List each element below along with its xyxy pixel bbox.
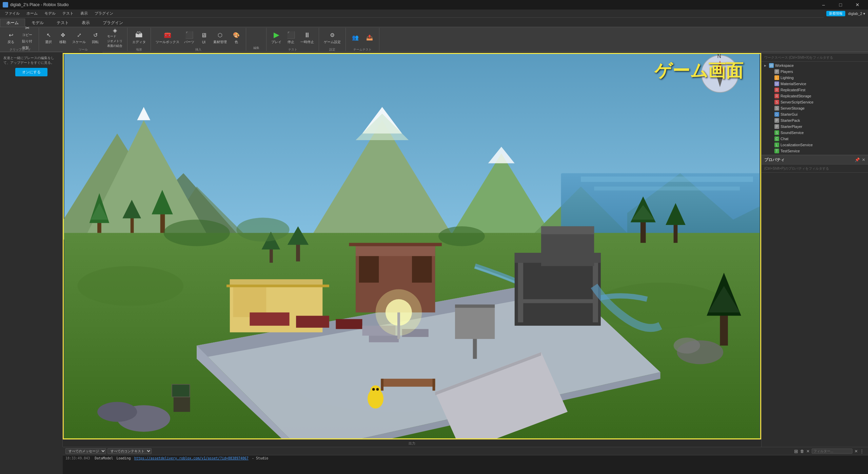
teamtest-group: 👥 📤 チームテスト	[346, 28, 379, 51]
output-clear-icon[interactable]: 🗑	[800, 449, 804, 454]
window-controls: – □ ✕	[816, 0, 865, 10]
svg-point-89	[674, 338, 700, 354]
btn-mode[interactable]: ◈ モード ジオメトリ 表面の結合	[105, 29, 124, 47]
output-message-filter[interactable]: すべてのメッセージ	[65, 448, 106, 454]
test-label: テスト	[288, 47, 297, 52]
btn-select[interactable]: ↖ 選択	[42, 29, 55, 47]
menu-plugin[interactable]: プラグイン	[91, 10, 117, 17]
ribbon-tab-plugin[interactable]: プラグイン	[96, 19, 130, 27]
btn-back[interactable]: ↩ 戻る	[4, 29, 18, 47]
btn-play[interactable]: ▶ プレイ	[269, 29, 283, 47]
svg-point-82	[97, 402, 137, 422]
btn-scale[interactable]: ⤢ スケール	[70, 29, 88, 47]
output-options-icon[interactable]: ⋮	[860, 449, 864, 454]
move-icon: ✥	[59, 31, 67, 39]
btn-teamtest[interactable]: 👥	[349, 29, 362, 47]
menu-home[interactable]: ホーム	[23, 10, 41, 17]
viewport-canvas[interactable]: ゲーム画面	[63, 53, 761, 439]
news-badge[interactable]: 新着情報	[826, 11, 845, 16]
tree-item-startergui[interactable]: G StarterGui	[767, 111, 868, 117]
btn-terrain[interactable]: 🏔 エディタ	[130, 29, 148, 47]
properties-pin-icon[interactable]: 📌	[855, 157, 860, 162]
output-popout-icon[interactable]: ⊞	[794, 449, 798, 454]
output-close-icon[interactable]: ✕	[806, 449, 810, 454]
tree-item-starterplayer[interactable]: P StarterPlayer	[767, 124, 868, 130]
insert-group: 🧰 ツールボックス ⬛ パーツ 🖥 UI ⬡ 素材管理 🎨 色	[151, 28, 246, 51]
svg-rect-69	[382, 379, 435, 386]
enable-team-create-button[interactable]: オンにする	[15, 68, 47, 76]
btn-ui[interactable]: 🖥 UI	[197, 29, 211, 47]
serverstorage-label: ServerStorage	[781, 106, 805, 110]
starterplayer-label: StarterPlayer	[781, 125, 802, 129]
minimize-button[interactable]: –	[816, 0, 831, 10]
btn-parts[interactable]: ⬛ パーツ	[182, 29, 196, 47]
menu-bar: ファイル ホーム モデル テスト 表示 プラグイン	[0, 10, 868, 18]
btn-copy[interactable]: コピー	[20, 32, 34, 38]
material-label: MaterialService	[781, 82, 806, 86]
btn-gamesettings[interactable]: ⚙ ゲーム設定	[322, 29, 343, 47]
play-icon: ▶	[272, 31, 280, 39]
btn-material[interactable]: ⬡ 素材管理	[211, 29, 229, 47]
output-log-area: 18:33:49.043 DataModel Loading https://a…	[63, 455, 868, 474]
replicatedfirst-icon: R	[774, 88, 779, 92]
explorer-filter-bar[interactable]: ワークスペース (Ctrl+Shift+X)をフィルタする	[762, 54, 868, 62]
localization-icon: L	[774, 143, 779, 147]
tree-item-starterpack[interactable]: P StarterPack	[767, 117, 868, 124]
tree-item-testservice[interactable]: T TestService	[767, 148, 868, 154]
properties-header: プロパティ 📌 ✕	[762, 155, 868, 165]
menu-view[interactable]: 表示	[77, 10, 91, 17]
output-search-input[interactable]	[812, 449, 852, 454]
menu-model[interactable]: モデル	[41, 10, 59, 17]
menu-file[interactable]: ファイル	[1, 10, 23, 17]
tree-item-material[interactable]: M MaterialService	[767, 81, 868, 87]
ribbon-tab-view[interactable]: 表示	[75, 19, 96, 27]
tree-item-replicatedstorage[interactable]: R ReplicatedStorage	[767, 93, 868, 99]
tree-item-soundservice[interactable]: S SoundService	[767, 130, 868, 136]
tree-item-players[interactable]: P Players	[767, 69, 868, 75]
clipboard-buttons: ↩ 戻る ✂ コピー 貼り付 複製	[4, 29, 36, 47]
btn-paste[interactable]: 貼り付	[20, 38, 34, 44]
svg-point-91	[236, 218, 289, 242]
btn-cut[interactable]: ✂ コピー 貼り付 複製	[18, 29, 36, 47]
btn-cleanup[interactable]: 📤	[363, 29, 376, 47]
btn-stop[interactable]: ⬛ 停止	[284, 29, 298, 47]
menu-test[interactable]: テスト	[59, 10, 77, 17]
btn-surface-label: 表面の結合	[107, 44, 122, 48]
btn-pause[interactable]: ⏸ 一時停止	[298, 29, 316, 47]
viewport-scene: N	[64, 54, 760, 438]
output-url[interactable]: https://assetdelivery.roblox.com/v1/asse…	[134, 456, 249, 460]
tree-item-serverscript[interactable]: S ServerScriptService	[767, 99, 868, 105]
output-context-filter[interactable]: すべてのコンテキスト	[107, 448, 152, 454]
svg-marker-56	[226, 285, 329, 287]
tree-item-replicatedfirst[interactable]: R ReplicatedFirst	[767, 87, 868, 93]
btn-rotate[interactable]: ↺ 回転	[88, 29, 102, 47]
testservice-icon: T	[774, 149, 779, 153]
maximize-button[interactable]: □	[833, 0, 848, 10]
properties-filter-bar[interactable]: (Ctrl+Shift+P)のプロパティをフィルタする	[762, 165, 868, 173]
svg-point-90	[163, 220, 230, 246]
tree-item-localization[interactable]: L LocalizationService	[767, 142, 868, 148]
tree-item-chat[interactable]: C Chat	[767, 136, 868, 142]
btn-color[interactable]: 🎨 色	[230, 29, 243, 47]
soundservice-icon: S	[774, 130, 779, 135]
tree-item-lighting[interactable]: L Lighting	[767, 75, 868, 81]
btn-ui-label: UI	[202, 40, 205, 44]
btn-toolbox[interactable]: 🧰 ツールボックス	[154, 29, 181, 47]
svg-point-75	[370, 385, 381, 396]
ribbon-tab-test[interactable]: テスト	[50, 19, 75, 27]
svg-rect-44	[412, 256, 432, 283]
username-display[interactable]: diglab_2 ▾	[848, 12, 865, 16]
svg-rect-50	[518, 299, 598, 303]
starterplayer-icon: P	[774, 124, 779, 129]
svg-rect-71	[433, 379, 435, 391]
tree-item-serverstorage[interactable]: S ServerStorage	[767, 105, 868, 111]
explorer-tree: ▶ W Workspace P Players L Lighting	[762, 62, 868, 155]
close-button[interactable]: ✕	[850, 0, 865, 10]
starterpack-icon: P	[774, 118, 779, 123]
select-icon: ↖	[44, 31, 53, 39]
ribbon-tab-home[interactable]: ホーム	[0, 19, 25, 27]
output-search-clear-icon[interactable]: ✕	[854, 449, 858, 454]
properties-close-icon[interactable]: ✕	[862, 157, 865, 162]
btn-move[interactable]: ✥ 移動	[56, 29, 70, 47]
tree-item-workspace[interactable]: ▶ W Workspace	[762, 62, 868, 69]
